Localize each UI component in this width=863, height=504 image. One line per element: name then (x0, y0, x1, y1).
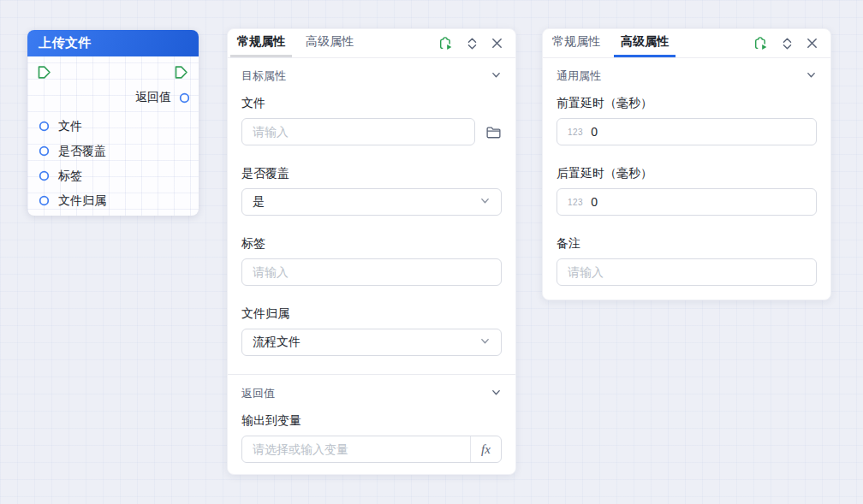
input-port-label: 标签 (58, 169, 82, 184)
input-port-icon[interactable] (39, 195, 50, 206)
field-post-delay: 后置延时（毫秒） 123 (556, 166, 817, 216)
field-label: 输出到变量 (241, 413, 502, 429)
flow-canvas[interactable]: 上传文件 返回值 文件 是否覆盖 (0, 0, 863, 504)
chevron-down-icon[interactable] (806, 69, 817, 83)
section-target-properties[interactable]: 目标属性 (228, 62, 515, 90)
field-label: 是否覆盖 (241, 166, 502, 181)
select-value: 是 (253, 194, 265, 210)
flow-in-port-icon[interactable] (36, 64, 52, 80)
field-label: 文件归属 (241, 306, 502, 322)
panel-tabbar: 常规属性 高级属性 (228, 29, 515, 58)
file-belong-select[interactable]: 流程文件 (241, 329, 502, 356)
tab-general-properties[interactable]: 常规属性 (545, 29, 607, 57)
input-port-row: 标签 (27, 163, 199, 188)
debug-run-icon[interactable] (753, 35, 769, 51)
debug-run-icon[interactable] (437, 35, 454, 51)
node-title-bar[interactable]: 上传文件 (27, 30, 199, 56)
field-label: 备注 (556, 236, 817, 252)
tab-general-properties[interactable]: 常规属性 (230, 29, 292, 57)
close-icon[interactable] (491, 37, 503, 50)
chevron-down-icon (479, 335, 491, 350)
section-common-properties[interactable]: 通用属性 (543, 62, 830, 90)
node-title: 上传文件 (39, 35, 92, 51)
general-properties-panel: 常规属性 高级属性 (227, 28, 516, 475)
field-label: 标签 (241, 236, 502, 252)
panel-tabbar: 常规属性 高级属性 (543, 29, 830, 58)
tab-advanced-properties[interactable]: 高级属性 (614, 29, 676, 57)
input-port-label: 文件 (58, 119, 82, 134)
field-tag: 标签 (241, 236, 502, 286)
field-file-belong: 文件归属 流程文件 (241, 306, 502, 356)
field-label: 后置延时（毫秒） (556, 166, 817, 181)
tag-input[interactable] (253, 265, 491, 279)
output-port-icon[interactable] (179, 92, 190, 104)
expand-collapse-icon[interactable] (466, 36, 479, 51)
field-label: 前置延时（毫秒） (556, 96, 817, 111)
section-title: 通用属性 (556, 68, 601, 84)
output-variable-input[interactable] (242, 436, 470, 462)
select-value: 流程文件 (253, 335, 301, 350)
input-port-label: 是否覆盖 (58, 144, 106, 159)
input-port-label: 文件归属 (58, 193, 106, 209)
field-pre-delay: 前置延时（毫秒） 123 (556, 96, 817, 145)
field-overwrite: 是否覆盖 是 (241, 166, 502, 216)
field-label: 文件 (241, 96, 502, 111)
input-port-row: 文件归属 (27, 188, 199, 213)
tab-advanced-properties[interactable]: 高级属性 (299, 29, 360, 57)
input-port-icon[interactable] (39, 145, 50, 157)
input-port-row: 是否覆盖 (27, 139, 199, 163)
chevron-down-icon[interactable] (491, 387, 502, 400)
file-input[interactable] (253, 125, 464, 139)
output-port-label: 返回值 (135, 90, 171, 105)
input-port-row: 文件 (27, 114, 199, 139)
number-type-icon: 123 (568, 198, 583, 207)
remark-input[interactable] (568, 265, 806, 279)
close-icon[interactable] (806, 37, 818, 50)
section-title: 目标属性 (241, 68, 286, 84)
flow-out-port-icon[interactable] (173, 64, 189, 80)
input-port-icon[interactable] (39, 121, 50, 132)
section-title: 返回值 (241, 386, 275, 401)
pre-delay-input[interactable] (591, 125, 806, 139)
section-return-value[interactable]: 返回值 (228, 380, 515, 407)
overwrite-select[interactable]: 是 (241, 188, 502, 216)
number-type-icon: 123 (568, 127, 583, 137)
post-delay-input[interactable] (591, 195, 806, 209)
node-upload-file[interactable]: 上传文件 返回值 文件 是否覆盖 (27, 30, 199, 216)
advanced-properties-panel: 常规属性 高级属性 (542, 28, 831, 300)
expand-collapse-icon[interactable] (781, 36, 794, 51)
chevron-down-icon (479, 194, 491, 210)
field-remark: 备注 (556, 236, 817, 286)
field-file: 文件 (241, 96, 502, 145)
section-divider (228, 374, 515, 375)
fx-icon[interactable]: fx (470, 436, 501, 462)
folder-icon[interactable] (485, 125, 502, 139)
chevron-down-icon[interactable] (491, 69, 502, 83)
input-port-icon[interactable] (39, 170, 50, 181)
field-output-variable: 输出到变量 fx (241, 413, 502, 463)
